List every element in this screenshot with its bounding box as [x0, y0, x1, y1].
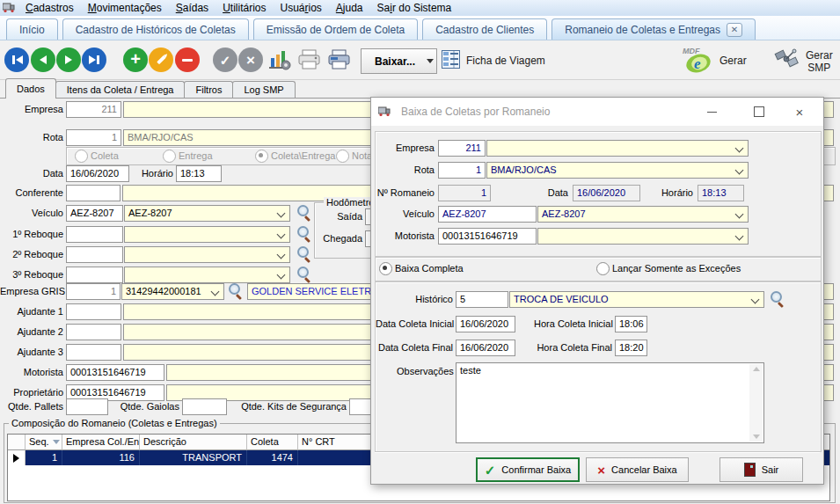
edit-record-button[interactable] [149, 47, 173, 72]
reboque3-search-icon[interactable] [296, 266, 312, 282]
subtab-strip: Dados Itens da Coleta / Entrega Filtros … [5, 79, 295, 99]
dlg-data-fim-field[interactable]: 16/06/2020 [456, 340, 515, 356]
empresa-gris-search-icon[interactable] [227, 282, 244, 299]
close-button[interactable]: × [786, 102, 813, 121]
travel-sheet-grid-icon [442, 50, 460, 69]
gerar-smp-button[interactable] [774, 48, 800, 73]
baixar-dropdown-button[interactable] [423, 48, 437, 74]
tab-emissao-ordem[interactable]: Emissão de Ordem de Coleta [253, 18, 418, 40]
dlg-hora-ini-field[interactable]: 18:06 [615, 316, 647, 332]
add-record-button[interactable]: + [123, 47, 148, 72]
dlg-hora-fim-field[interactable]: 18:20 [615, 340, 647, 356]
subtab-log-smp[interactable]: Log SMP [232, 81, 295, 99]
reboque1-code-field[interactable] [66, 226, 123, 243]
historico-search-icon[interactable] [769, 290, 785, 307]
ajudante1-code-field[interactable] [66, 303, 121, 320]
maximize-button[interactable] [746, 102, 772, 121]
cancelar-baixa-button[interactable]: × Cancelar Baixa [586, 457, 689, 482]
report-chart-button[interactable] [268, 49, 291, 72]
dlg-historico-combo[interactable]: TROCA DE VEICULO [509, 291, 764, 308]
menu-saidas[interactable]: Saídas [169, 1, 215, 15]
reboque1-combo[interactable] [124, 226, 290, 243]
scroll-down-icon[interactable] [753, 435, 760, 439]
dlg-rota-combo[interactable]: BMA/RJO/CAS [486, 162, 749, 179]
mdfe-gerar-button[interactable]: MDF e [679, 46, 716, 77]
confirmar-baixa-button[interactable]: ✓ Confirmar Baixa [476, 457, 580, 482]
tab-close-icon[interactable]: ✕ [727, 23, 742, 37]
scroll-up-icon[interactable] [753, 367, 760, 371]
ajudante3-code-field[interactable] [66, 344, 121, 361]
grid-header-coleta[interactable]: Coleta [247, 435, 298, 450]
cancel-record-button[interactable]: × [238, 47, 263, 72]
tab-cadastro-historicos[interactable]: Cadastro de Históricos de Coletas [62, 18, 249, 40]
sair-button[interactable]: Sair [719, 457, 803, 482]
reboque2-combo[interactable] [124, 246, 290, 263]
nav-first-button[interactable] [4, 47, 29, 72]
bar-chart-icon [268, 49, 291, 70]
rota-code-field[interactable]: 1 [66, 129, 121, 146]
grid-header-empresa[interactable]: Empresa Col./Ent. [62, 435, 140, 450]
grid-header-crt[interactable]: N° CRT [298, 435, 373, 450]
minimize-button[interactable] [698, 102, 725, 121]
reboque3-code-field[interactable] [66, 267, 123, 283]
dlg-data-ini-field[interactable]: 16/06/2020 [456, 316, 515, 332]
radio-baixa-completa[interactable] [379, 262, 392, 275]
nav-last-button[interactable] [82, 47, 106, 72]
dlg-empresa-combo[interactable] [486, 140, 749, 157]
empresa-gris-cnpj-combo[interactable]: 31429442000181 [121, 283, 224, 300]
menu-sair-do-sistema[interactable]: Sair do Sistema [370, 1, 459, 15]
veiculo-code-field[interactable]: AEZ-8207 [66, 205, 123, 222]
tab-cadastro-clientes[interactable]: Cadastro de Clientes [422, 18, 547, 40]
reboque3-combo[interactable] [124, 267, 290, 283]
dlg-historico-code-field[interactable]: 5 [456, 291, 508, 308]
menu-cadastros[interactable]: Cadastros [18, 1, 81, 15]
print-button[interactable] [327, 49, 351, 72]
textarea-scrollbar[interactable] [749, 364, 763, 442]
tab-inicio[interactable]: Início [6, 18, 58, 40]
subtab-filtros[interactable]: Filtros [184, 81, 233, 99]
dlg-motorista-code-field[interactable]: 00013151646719 [438, 228, 537, 245]
menu-ajuda[interactable]: Ajuda [329, 1, 370, 15]
veiculo-search-icon[interactable] [296, 204, 312, 221]
nav-next-button[interactable] [56, 47, 81, 72]
dlg-empresa-code-field[interactable]: 211 [438, 140, 486, 157]
ajudante2-code-field[interactable] [66, 324, 121, 340]
print-preview-button[interactable] [297, 49, 321, 72]
grid-header-seq[interactable]: Seq. [26, 435, 62, 450]
baixar-button[interactable]: Baixar... [361, 48, 424, 74]
radio-lancar-excecoes[interactable] [596, 262, 610, 275]
menu-movimentacoes[interactable]: Movimentações [81, 1, 169, 15]
subtab-dados[interactable]: Dados [5, 78, 56, 99]
nav-prev-button[interactable] [31, 47, 55, 72]
dlg-veiculo-combo[interactable]: AEZ-8207 [537, 206, 749, 223]
empresa-code-field[interactable]: 211 [66, 101, 121, 118]
subtab-itens[interactable]: Itens da Coleta / Entrega [55, 81, 186, 99]
veiculo-combo[interactable]: AEZ-8207 [124, 205, 290, 222]
conferente-code-field[interactable] [66, 185, 121, 201]
data-field[interactable]: 16/06/2020 [66, 165, 129, 182]
menu-usuarios[interactable]: Usuários [273, 1, 328, 15]
check-icon: ✓ [485, 464, 496, 477]
dlg-rota-code-field[interactable]: 1 [438, 162, 486, 179]
reboque2-search-icon[interactable] [296, 245, 312, 262]
dlg-observacoes-textarea[interactable]: teste [456, 362, 764, 443]
qtde-pallets-field[interactable] [66, 398, 108, 415]
grid-header-descricao[interactable]: Descrição [140, 435, 247, 450]
qtde-gaiolas-field[interactable] [182, 398, 227, 415]
delete-record-button[interactable] [175, 47, 200, 72]
chevron-down-icon [735, 166, 744, 175]
reboque1-search-icon[interactable] [296, 225, 312, 242]
dlg-motorista-combo[interactable] [537, 228, 749, 245]
motorista-code-field[interactable]: 00013151646719 [66, 364, 164, 381]
application-window: Cadastros Movimentações Saídas Utilitári… [0, 0, 840, 504]
empresa-gris-code-field[interactable]: 1 [66, 283, 121, 300]
ficha-viagem-button[interactable] [442, 50, 460, 70]
dialog-titlebar[interactable]: Baixa de Coletas por Romaneio × [371, 98, 823, 126]
tab-romaneio[interactable]: Romaneio de Coletas e Entregas ✕ [551, 18, 756, 40]
dlg-veiculo-code-field[interactable]: AEZ-8207 [438, 206, 537, 223]
conferente-label: Conferente [0, 185, 63, 201]
menu-utilitarios[interactable]: Utilitários [215, 1, 273, 15]
confirm-record-button[interactable]: ✓ [213, 47, 237, 72]
horario-field[interactable]: 18:13 [176, 165, 222, 182]
reboque2-code-field[interactable] [66, 246, 123, 263]
